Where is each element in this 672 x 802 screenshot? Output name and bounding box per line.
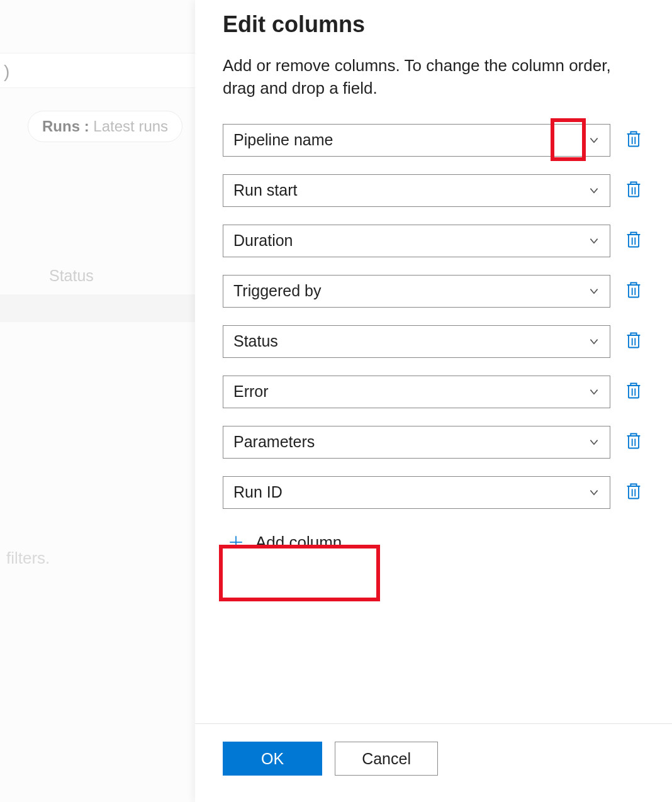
svg-rect-9 — [629, 285, 639, 298]
column-select[interactable]: Duration — [223, 225, 610, 257]
ok-button[interactable]: OK — [223, 742, 322, 776]
columns-list: Pipeline nameRun startDurationTriggered … — [223, 124, 644, 509]
column-select-label: Run ID — [233, 483, 283, 501]
column-select[interactable]: Run ID — [223, 476, 610, 509]
delete-column-button[interactable] — [623, 130, 644, 151]
column-select[interactable]: Parameters — [223, 426, 610, 459]
trash-icon — [625, 482, 642, 503]
add-column-label: Add column — [255, 533, 342, 552]
panel-title: Edit columns — [223, 11, 644, 38]
background-row-strip — [0, 294, 195, 322]
chevron-down-icon — [588, 487, 600, 498]
delete-column-button[interactable] — [623, 281, 644, 302]
svg-rect-21 — [629, 486, 639, 499]
delete-column-button[interactable] — [623, 331, 644, 352]
trash-icon — [625, 230, 642, 251]
chevron-down-icon — [588, 437, 600, 448]
runs-filter-pill: Runs : Latest runs — [28, 111, 182, 142]
delete-column-button[interactable] — [623, 482, 644, 503]
column-select[interactable]: Triggered by — [223, 275, 610, 308]
edit-columns-panel: Edit columns Add or remove columns. To c… — [195, 0, 672, 802]
svg-rect-12 — [629, 335, 639, 348]
column-select-label: Parameters — [233, 433, 315, 451]
cancel-button[interactable]: Cancel — [335, 742, 438, 776]
delete-column-button[interactable] — [623, 180, 644, 201]
background-close-paren: ) — [4, 62, 9, 82]
chevron-down-icon — [588, 336, 600, 347]
svg-rect-18 — [629, 436, 639, 448]
column-row: Parameters — [223, 426, 644, 459]
trash-icon — [625, 381, 642, 402]
status-column-label: Status — [49, 267, 94, 285]
trash-icon — [625, 281, 642, 301]
plus-icon — [228, 534, 244, 550]
svg-rect-15 — [629, 386, 639, 398]
background-underlay: ) Runs : Latest runs Status filters. — [0, 0, 195, 802]
svg-rect-6 — [629, 235, 639, 247]
column-row: Run ID — [223, 476, 644, 509]
column-select-label: Triggered by — [233, 282, 321, 300]
column-row: Error — [223, 376, 644, 408]
trash-icon — [625, 432, 642, 452]
delete-column-button[interactable] — [623, 381, 644, 403]
chevron-down-icon — [588, 235, 600, 247]
chevron-down-icon — [588, 185, 600, 196]
filters-text-fragment: filters. — [6, 549, 50, 568]
panel-description: Add or remove columns. To change the col… — [223, 54, 644, 100]
column-select-label: Status — [233, 332, 278, 350]
column-select-label: Run start — [233, 181, 297, 199]
column-row: Triggered by — [223, 275, 644, 308]
runs-pill-label: Runs : — [42, 118, 89, 135]
panel-footer: OK Cancel — [195, 723, 672, 776]
column-row: Pipeline name — [223, 124, 644, 157]
chevron-down-icon — [588, 135, 600, 146]
trash-icon — [625, 130, 642, 150]
svg-rect-3 — [629, 184, 639, 197]
svg-rect-0 — [629, 134, 639, 147]
column-select-label: Error — [233, 382, 269, 401]
background-toolbar — [0, 53, 195, 88]
runs-pill-value: Latest runs — [89, 118, 168, 135]
delete-column-button[interactable] — [623, 432, 644, 453]
delete-column-button[interactable] — [623, 230, 644, 252]
chevron-down-icon — [588, 286, 600, 297]
column-select[interactable]: Pipeline name — [223, 124, 610, 157]
column-row: Run start — [223, 174, 644, 207]
chevron-down-icon — [588, 386, 600, 398]
add-column-button[interactable]: Add column — [223, 526, 347, 559]
column-select[interactable]: Error — [223, 376, 610, 408]
trash-icon — [625, 331, 642, 352]
column-row: Duration — [223, 225, 644, 257]
column-select-label: Pipeline name — [233, 131, 333, 149]
column-select-label: Duration — [233, 231, 293, 250]
column-select[interactable]: Run start — [223, 174, 610, 207]
column-row: Status — [223, 325, 644, 358]
trash-icon — [625, 180, 642, 201]
column-select[interactable]: Status — [223, 325, 610, 358]
